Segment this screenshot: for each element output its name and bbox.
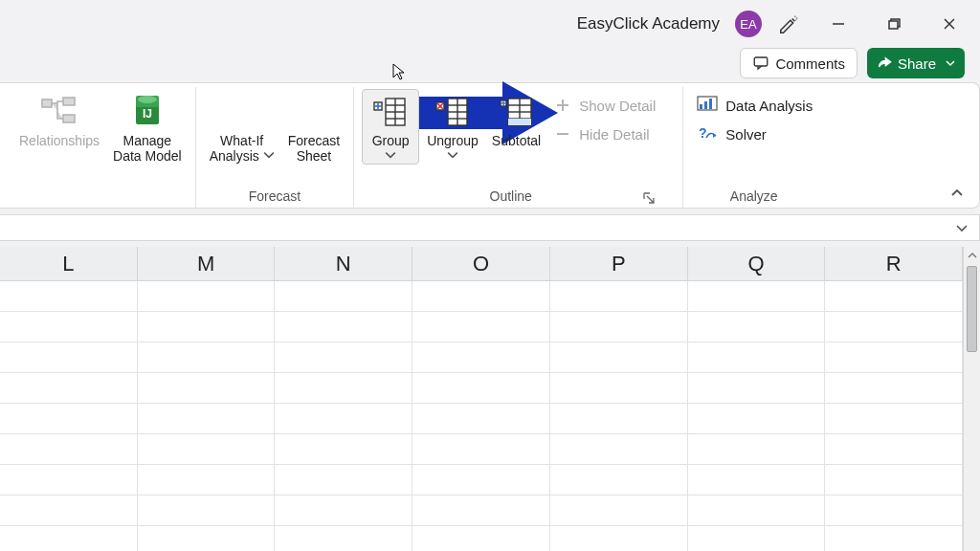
group-analyze: Data Analysis ? Solver Analyze — [683, 87, 855, 208]
solver-button[interactable]: ? Solver — [697, 121, 813, 146]
cell[interactable] — [412, 404, 550, 434]
cell[interactable] — [0, 373, 138, 404]
cell[interactable] — [550, 404, 688, 434]
scrollbar-thumb[interactable] — [967, 266, 977, 352]
cell[interactable] — [138, 496, 276, 526]
manage-data-model-button[interactable]: IJ Manage Data Model — [107, 89, 188, 164]
cell[interactable] — [275, 281, 412, 312]
subtotal-button[interactable]: Subtotal — [486, 89, 546, 148]
cell[interactable] — [412, 373, 550, 404]
cell[interactable] — [825, 342, 963, 373]
column-header[interactable]: P — [550, 247, 688, 281]
cell[interactable] — [412, 526, 550, 551]
cell[interactable] — [138, 342, 276, 373]
cell[interactable] — [550, 342, 688, 373]
cell[interactable] — [0, 465, 138, 496]
chevron-down-icon[interactable] — [954, 220, 969, 235]
cell[interactable] — [825, 496, 963, 526]
cell[interactable] — [275, 434, 412, 465]
cell[interactable] — [0, 496, 138, 526]
comments-button[interactable]: Comments — [740, 48, 858, 78]
cell[interactable] — [275, 404, 412, 434]
cell[interactable] — [138, 434, 276, 465]
collapse-ribbon-icon[interactable] — [948, 185, 966, 202]
cell[interactable] — [688, 404, 826, 434]
cell[interactable] — [688, 312, 826, 342]
cell[interactable] — [138, 465, 276, 496]
cell[interactable] — [688, 434, 826, 465]
cell[interactable] — [138, 373, 276, 404]
cell[interactable] — [550, 373, 688, 404]
cell[interactable] — [412, 434, 550, 465]
cell[interactable] — [138, 404, 276, 434]
cell[interactable] — [825, 404, 963, 434]
cell[interactable] — [550, 496, 688, 526]
avatar[interactable]: EA — [735, 11, 762, 37]
group-button[interactable]: Group — [362, 89, 419, 165]
cell[interactable] — [0, 281, 138, 312]
hide-detail-button[interactable]: Hide Detail — [554, 121, 656, 146]
forecast-sheet-button[interactable]: Forecast Sheet — [282, 89, 345, 164]
vertical-scrollbar[interactable] — [963, 247, 980, 551]
cell[interactable] — [412, 281, 550, 312]
cell[interactable] — [825, 373, 963, 404]
what-if-analysis-button[interactable]: What-If Analysis — [204, 89, 280, 164]
column-header[interactable]: O — [412, 247, 550, 281]
cell[interactable] — [825, 281, 963, 312]
column-header[interactable]: R — [825, 247, 963, 281]
cell[interactable] — [825, 465, 963, 496]
cell[interactable] — [275, 312, 412, 342]
cell[interactable] — [688, 342, 826, 373]
svg-rect-4 — [755, 57, 768, 66]
cell[interactable] — [550, 434, 688, 465]
cell[interactable] — [825, 312, 963, 342]
cell[interactable] — [688, 465, 826, 496]
ungroup-button[interactable]: Ungroup — [421, 89, 484, 164]
cell[interactable] — [0, 404, 138, 434]
cell[interactable] — [550, 526, 688, 551]
cell[interactable] — [550, 465, 688, 496]
scroll-up-icon[interactable] — [964, 247, 980, 264]
close-button[interactable] — [926, 5, 972, 43]
column-header[interactable]: Q — [688, 247, 826, 281]
minimize-button[interactable] — [815, 5, 861, 43]
share-button[interactable]: Share — [867, 48, 965, 78]
cell[interactable] — [138, 281, 276, 312]
cell[interactable] — [688, 373, 826, 404]
data-analysis-button[interactable]: Data Analysis — [697, 93, 813, 118]
dialog-launcher-icon[interactable] — [642, 191, 656, 205]
cell[interactable] — [550, 281, 688, 312]
cell[interactable] — [138, 526, 276, 551]
cell[interactable] — [0, 434, 138, 465]
maximize-button[interactable] — [871, 5, 917, 43]
cell[interactable] — [275, 465, 412, 496]
cell[interactable] — [412, 496, 550, 526]
column-headers: L M N O P Q R — [0, 247, 963, 281]
cell[interactable] — [688, 526, 826, 551]
cell[interactable] — [0, 312, 138, 342]
formula-bar[interactable] — [0, 214, 980, 241]
cell[interactable] — [412, 342, 550, 373]
show-detail-button[interactable]: Show Detail — [554, 93, 656, 118]
column-header[interactable]: L — [0, 247, 138, 281]
cell[interactable] — [688, 281, 826, 312]
column-header[interactable]: N — [275, 247, 412, 281]
cell[interactable] — [275, 526, 412, 551]
cell[interactable] — [825, 526, 963, 551]
relationships-button[interactable]: Relationships — [13, 89, 105, 148]
cell[interactable] — [412, 465, 550, 496]
cell[interactable] — [688, 496, 826, 526]
column-header[interactable]: M — [138, 247, 276, 281]
group-data-tools: Relationships IJ Manage Data Model — [0, 87, 196, 208]
ungroup-label: Ungroup — [427, 133, 479, 148]
cell[interactable] — [275, 496, 412, 526]
cell[interactable] — [275, 342, 412, 373]
cell[interactable] — [138, 312, 276, 342]
cell[interactable] — [412, 312, 550, 342]
cell[interactable] — [275, 373, 412, 404]
pen-icon[interactable] — [771, 13, 806, 34]
cell[interactable] — [825, 434, 963, 465]
cell[interactable] — [0, 526, 138, 551]
cell[interactable] — [0, 342, 138, 373]
cell[interactable] — [550, 312, 688, 342]
